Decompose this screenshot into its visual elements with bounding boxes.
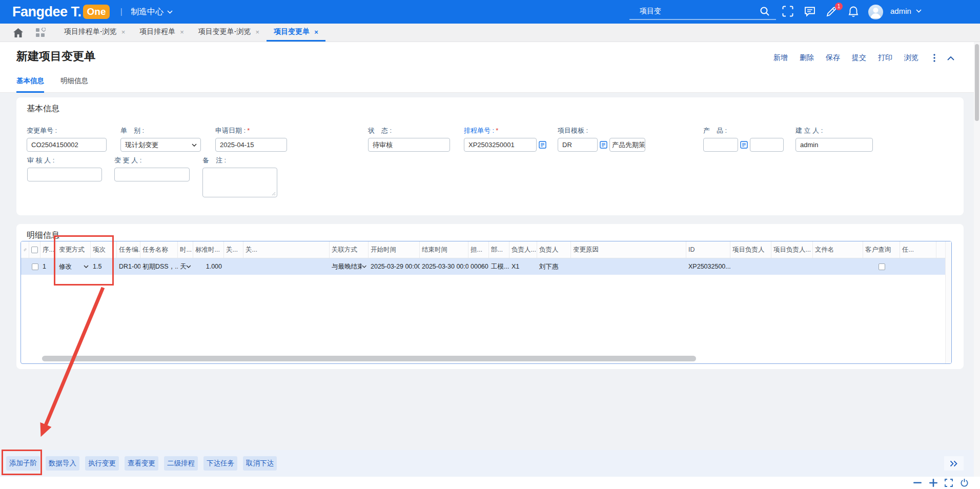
col-header-std-time[interactable]: 标准时... bbox=[193, 241, 224, 258]
page-vertical-scrollbar[interactable] bbox=[974, 42, 980, 477]
col-header-start-time[interactable]: 开始时间 bbox=[369, 241, 420, 258]
col-header-attachment[interactable] bbox=[21, 241, 29, 258]
col-header-rel-2[interactable]: 关... bbox=[243, 241, 330, 258]
tab-4[interactable]: 项目变更单× bbox=[267, 24, 325, 42]
col-header-file-name[interactable]: 文件名 bbox=[813, 241, 863, 258]
col-header-owner-code[interactable]: 负责人... bbox=[509, 241, 537, 258]
col-header-relation-mode[interactable]: 关联方式 bbox=[330, 241, 369, 258]
action-1[interactable]: 新增 bbox=[773, 53, 788, 63]
tab-close-icon[interactable]: × bbox=[256, 28, 260, 36]
cell-proj-owner bbox=[730, 258, 771, 275]
cell-relation-mode[interactable]: 与最晚结束 bbox=[330, 258, 369, 275]
customer-query-checkbox[interactable] bbox=[879, 263, 885, 270]
col-header-end-time[interactable]: 结束时间 bbox=[420, 241, 468, 258]
row-checkbox[interactable] bbox=[32, 263, 38, 270]
col-header-change-reason[interactable]: 变更原因 bbox=[571, 241, 686, 258]
scan-icon[interactable] bbox=[782, 6, 793, 17]
col-header-duty[interactable]: 担... bbox=[468, 241, 489, 258]
tab-close-icon[interactable]: × bbox=[180, 28, 184, 36]
action-5[interactable]: 打印 bbox=[878, 53, 892, 63]
action-6[interactable]: 浏览 bbox=[904, 53, 918, 63]
tab-3[interactable]: 项目变更单-浏览× bbox=[191, 24, 267, 42]
grid-data-row[interactable]: 1修改1.5DR1-005初期DSS，...天1.000与最晚结束2025-03… bbox=[21, 258, 951, 275]
col-header-rel-1[interactable]: 关... bbox=[224, 241, 243, 258]
resize-grip-icon[interactable] bbox=[272, 192, 276, 196]
product-code-input[interactable] bbox=[703, 138, 738, 152]
order-type-select[interactable]: 现计划变更 bbox=[120, 138, 201, 152]
cell-attachment[interactable] bbox=[21, 258, 29, 275]
footer-button-6[interactable]: 下达任务 bbox=[203, 456, 237, 471]
col-header-proj-owner[interactable]: 项目负责人 bbox=[730, 241, 771, 258]
remark-textarea[interactable] bbox=[202, 168, 277, 197]
footer-button-3[interactable]: 执行变更 bbox=[85, 456, 119, 471]
col-header-task-name[interactable]: 任务名称 bbox=[140, 241, 178, 258]
col-header-dept[interactable]: 部... bbox=[489, 241, 509, 258]
cell-time-unit[interactable]: 天 bbox=[178, 258, 193, 275]
col-header-change-mode[interactable]: 变更方式 bbox=[57, 241, 91, 258]
col-header-seq[interactable]: 序... bbox=[40, 241, 57, 258]
col-header-time-unit[interactable]: 时... bbox=[178, 241, 193, 258]
action-4[interactable]: 提交 bbox=[852, 53, 866, 63]
module-switcher[interactable]: 制造中心 bbox=[131, 7, 173, 17]
search-icon[interactable] bbox=[760, 6, 770, 16]
schedule-no-input[interactable]: XP2503250001 bbox=[464, 138, 537, 152]
action-2[interactable]: 删除 bbox=[800, 53, 814, 63]
apply-date-input[interactable]: 2025-04-15 bbox=[215, 138, 287, 152]
bell-icon[interactable] bbox=[848, 6, 859, 17]
user-avatar[interactable] bbox=[868, 5, 883, 19]
col-header-customer-query[interactable]: 客户查询 bbox=[863, 241, 900, 258]
zoom-out-icon[interactable] bbox=[913, 482, 922, 484]
footer-button-5[interactable]: 二级排程 bbox=[164, 456, 198, 471]
col-header-id[interactable]: ID bbox=[686, 241, 730, 258]
auditor-input[interactable] bbox=[27, 168, 102, 181]
cell-customer-query[interactable] bbox=[863, 258, 900, 275]
col-header-owner[interactable]: 负责人 bbox=[537, 241, 571, 258]
cell-change-mode[interactable]: 修改 bbox=[57, 258, 91, 275]
collapse-chevron-icon[interactable] bbox=[947, 56, 954, 60]
top-bar: Fangdee T. One | 制造中心 项目变 1 admin bbox=[0, 0, 980, 24]
cell-select-all[interactable] bbox=[29, 258, 40, 275]
action-3[interactable]: 保存 bbox=[826, 53, 840, 63]
template-code-input[interactable]: DR bbox=[558, 138, 598, 152]
footer-button-4[interactable]: 查看变更 bbox=[125, 456, 158, 471]
tab-label: 项目排程单-浏览 bbox=[64, 27, 117, 36]
grid-horizontal-scrollbar-thumb[interactable] bbox=[42, 356, 696, 361]
message-icon[interactable] bbox=[804, 6, 815, 17]
footer-button-7[interactable]: 取消下达 bbox=[243, 456, 277, 471]
global-search-input[interactable]: 项目变 bbox=[629, 4, 776, 20]
footer-button-2[interactable]: 数据导入 bbox=[46, 456, 79, 471]
tab-close-icon[interactable]: × bbox=[121, 28, 126, 36]
col-header-select-all[interactable] bbox=[29, 241, 40, 258]
dashboard-grid-icon[interactable] bbox=[35, 28, 46, 38]
change-no-input[interactable]: CO2504150002 bbox=[27, 138, 107, 152]
template-lookup-icon[interactable] bbox=[600, 141, 607, 149]
col-header-item-no[interactable]: 项次 bbox=[91, 241, 117, 258]
template-name-input[interactable]: 产品先期策 bbox=[609, 138, 645, 152]
creator-input[interactable]: admin bbox=[795, 138, 873, 152]
edit-icon[interactable]: 1 bbox=[825, 6, 838, 20]
product-lookup-icon[interactable] bbox=[740, 141, 748, 149]
tab-2[interactable]: 项目排程单× bbox=[132, 24, 191, 42]
user-menu[interactable]: admin bbox=[890, 7, 922, 15]
page-vertical-scrollbar-thumb[interactable] bbox=[975, 44, 979, 121]
power-icon[interactable] bbox=[960, 478, 969, 487]
col-header-task-code[interactable]: 任务编... bbox=[117, 241, 140, 258]
changer-input[interactable] bbox=[114, 168, 190, 181]
tab-close-icon[interactable]: × bbox=[314, 28, 318, 36]
col-header-proj-owner-2[interactable]: 项目负责人... bbox=[771, 241, 813, 258]
tab-1[interactable]: 项目排程单-浏览× bbox=[57, 24, 132, 42]
grid-vertical-scrollbar[interactable] bbox=[945, 241, 951, 363]
schedule-no-lookup-icon[interactable] bbox=[539, 141, 546, 149]
product-name-input[interactable] bbox=[750, 138, 784, 152]
col-header-task-extra[interactable]: 任... bbox=[900, 241, 936, 258]
select-all-checkbox[interactable] bbox=[31, 247, 38, 253]
footer-button-1[interactable]: 添加子阶 bbox=[6, 456, 40, 471]
zoom-in-icon[interactable] bbox=[929, 479, 937, 487]
subtab-2[interactable]: 明细信息 bbox=[60, 76, 88, 93]
status-input[interactable]: 待审核 bbox=[368, 138, 450, 152]
more-buttons-toggle[interactable] bbox=[944, 456, 964, 471]
home-icon[interactable] bbox=[13, 28, 23, 37]
fullscreen-icon[interactable] bbox=[945, 479, 953, 487]
more-actions-icon[interactable] bbox=[933, 54, 935, 62]
subtab-1[interactable]: 基本信息 bbox=[16, 76, 44, 93]
